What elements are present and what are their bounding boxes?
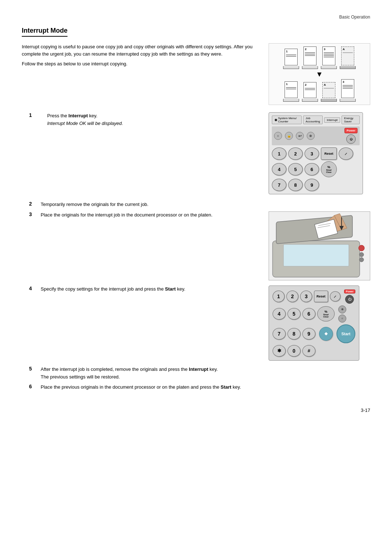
step-6-num: 6	[29, 384, 36, 391]
step-2-text: Temporarily remove the originals for the…	[41, 201, 370, 208]
arrow-down-icon: ▼	[316, 70, 323, 78]
svg-point-3	[359, 245, 364, 251]
header-title: Basic Operation	[339, 15, 370, 20]
step-5-num: 5	[29, 366, 36, 381]
svg-point-5	[359, 258, 364, 262]
step-1-num: 1	[29, 112, 36, 118]
svg-point-4	[359, 252, 364, 257]
section-title: Interrupt Mode	[22, 27, 68, 37]
step-4-text: Specify the copy settings for the interr…	[41, 285, 258, 293]
step-4-num: 4	[29, 285, 36, 293]
step-1-text: Press the Interrupt key. Interrupt Mode …	[47, 112, 258, 127]
svg-rect-2	[283, 244, 349, 266]
sort-diagram: 1 2	[269, 43, 370, 105]
keypad-1-diagram: ✱ System Menu/ Counter Job Accounting In…	[269, 112, 370, 194]
page-header: Basic Operation	[22, 15, 370, 20]
step-2-row: 2 Temporarily remove the originals for t…	[29, 201, 370, 208]
intro-para1: Interrupt copying is useful to pause one…	[22, 43, 258, 57]
step-3-text: Place the originals for the interrupt jo…	[41, 211, 258, 219]
step-5-row: 5 After the interrupt job is completed, …	[29, 366, 370, 381]
keypad-2-diagram: 1 2 3 Reset ⟋ Power ⏻ 4 5 6	[269, 285, 370, 361]
intro-para2: Follow the steps as below to use interru…	[22, 60, 258, 68]
step-3-num: 3	[29, 211, 36, 219]
step-5-text: After the interrupt job is completed, re…	[41, 366, 218, 372]
step-6-row: 6 Place the previous originals in the do…	[29, 384, 370, 391]
step-2-num: 2	[29, 201, 36, 208]
scanner-diagram	[269, 211, 370, 280]
step-5-sub: The previous settings will be restored.	[41, 374, 120, 380]
page-number: 3-17	[361, 408, 370, 413]
step-6-text: Place the previous originals in the docu…	[41, 384, 370, 391]
